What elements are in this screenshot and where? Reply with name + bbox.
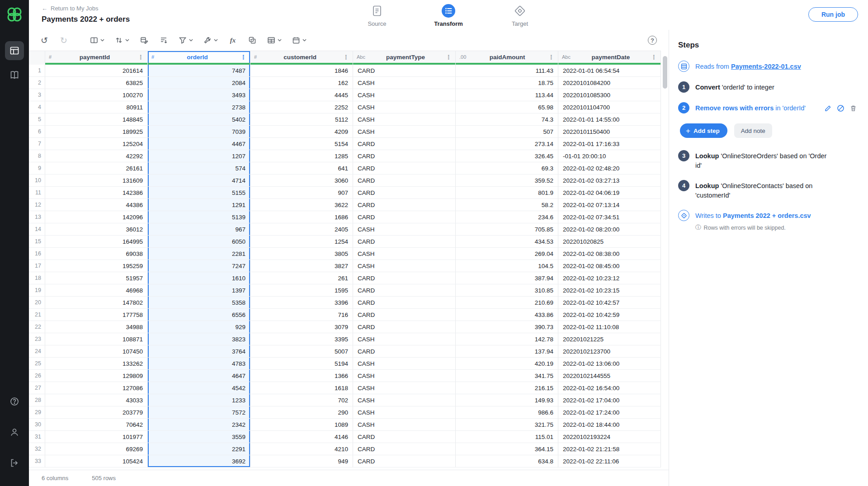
cell-orderId[interactable]: 4467 [148,138,250,150]
cell-paymentDate[interactable]: 2022-01-01 14:55:00 [558,113,661,126]
cell-paymentId[interactable]: 51957 [45,272,148,284]
table-tools-button[interactable] [264,33,285,47]
cell-customerId[interactable]: 3827 [250,260,353,272]
cell-paidAmount[interactable]: 269.04 [456,248,558,260]
cell-paymentDate[interactable]: 2022-01-02 10:23:15 [558,284,661,297]
cell-paymentType[interactable]: CARD [353,297,456,309]
column-header-customerId[interactable]: #customerId⋮ [250,51,353,65]
cell-paidAmount[interactable]: 137.94 [456,345,558,358]
logout-icon[interactable] [5,453,24,472]
cell-paymentDate[interactable]: 20220101085300 [558,89,661,101]
sidebar-item-docs[interactable] [5,66,24,85]
columns-button[interactable] [86,33,108,47]
cell-paymentDate[interactable]: 2022-01-02 07:34:51 [558,211,661,223]
cell-paymentDate[interactable]: 2022-01-02 13:06:00 [558,358,661,370]
writes-step[interactable]: Writes to Payments 2022 + orders.csv [678,210,857,221]
cell-paymentType[interactable]: CASH [353,126,456,138]
cell-paymentDate[interactable]: 2022-01-02 11:10:08 [558,321,661,333]
cell-paymentDate[interactable]: 2022-01-01 17:16:33 [558,138,661,150]
cell-paymentType[interactable]: CASH [353,260,456,272]
edit-step-icon[interactable] [824,104,832,114]
cell-orderId[interactable]: 7572 [148,406,250,419]
cell-paidAmount[interactable]: 321.75 [456,419,558,431]
cell-paymentDate[interactable]: 2022-01-02 10:42:59 [558,309,661,321]
cell-paymentDate[interactable]: 2022-01-02 10:23:12 [558,272,661,284]
cell-paymentType[interactable]: CARD [353,211,456,223]
filter-button[interactable] [175,33,197,47]
cell-paymentId[interactable]: 63825 [45,77,148,89]
cell-paymentDate[interactable]: 2022-01-02 08:45:00 [558,260,661,272]
cell-customerId[interactable]: 4209 [250,126,353,138]
column-header-paymentId[interactable]: #paymentId⋮ [45,51,148,65]
cell-orderId[interactable]: 5402 [148,113,250,126]
cell-paymentDate[interactable]: 2022-01-02 03:27:13 [558,175,661,187]
cell-paymentType[interactable]: CARD [353,162,456,175]
cell-paidAmount[interactable]: 387.94 [456,272,558,284]
cell-paymentType[interactable]: CASH [353,406,456,419]
column-menu-icon[interactable]: ⋮ [138,54,144,61]
cell-orderId[interactable]: 7039 [148,126,250,138]
cell-paymentType[interactable]: CARD [353,272,456,284]
cell-paidAmount[interactable]: 364.15 [456,443,558,455]
formula-button[interactable]: fx [225,33,241,47]
pipeline-step-source[interactable]: Source [354,3,400,27]
date-tools-button[interactable] [288,33,310,47]
pipeline-step-transform[interactable]: Transform [426,3,471,27]
cell-paidAmount[interactable]: 341.75 [456,370,558,382]
sidebar-item-grid[interactable] [5,41,24,60]
cell-paymentId[interactable]: 195259 [45,260,148,272]
cell-orderId[interactable]: 1207 [148,150,250,162]
cell-orderId[interactable]: 5139 [148,211,250,223]
cell-paymentDate[interactable]: 2022-01-02 10:42:57 [558,297,661,309]
cell-paymentId[interactable]: 164995 [45,236,148,248]
app-logo[interactable] [6,6,23,23]
cell-customerId[interactable]: 702 [250,394,353,406]
column-menu-icon[interactable]: ⋮ [651,54,657,61]
cell-paymentType[interactable]: CASH [353,77,456,89]
cell-orderId[interactable]: 2342 [148,419,250,431]
column-header-orderId[interactable]: #orderId⋮ [148,51,250,65]
cell-paymentId[interactable]: 148845 [45,113,148,126]
cell-paidAmount[interactable]: 74.3 [456,113,558,126]
reads-file-link[interactable]: Payments-2022-01.csv [731,63,801,70]
cell-paymentDate[interactable]: 2022-01-02 21:21:58 [558,443,661,455]
step-item[interactable]: 4Lookup 'OnlineStoreContacts' based on '… [678,180,857,200]
cell-paymentDate[interactable]: -01-01 20:00:10 [558,150,661,162]
cell-paymentId[interactable]: 44386 [45,199,148,211]
cell-orderId[interactable]: 1291 [148,199,250,211]
cell-orderId[interactable]: 967 [148,223,250,236]
cell-paymentType[interactable]: CARD [353,284,456,297]
cell-orderId[interactable]: 6556 [148,309,250,321]
cell-customerId[interactable]: 4146 [250,431,353,443]
cell-customerId[interactable]: 641 [250,162,353,175]
cell-customerId[interactable]: 949 [250,455,353,467]
cell-paidAmount[interactable]: 705.85 [456,223,558,236]
add-note-button[interactable]: Add note [734,123,772,138]
cell-paymentDate[interactable]: 20220102123700 [558,345,661,358]
cell-paymentDate[interactable]: 202201020825 [558,236,661,248]
cell-customerId[interactable]: 3060 [250,175,353,187]
cell-paymentId[interactable]: 34988 [45,321,148,333]
cell-customerId[interactable]: 3395 [250,333,353,345]
run-job-button[interactable]: Run job [808,7,858,22]
cell-orderId[interactable]: 3692 [148,455,250,467]
cell-paymentId[interactable]: 107450 [45,345,148,358]
cell-paymentType[interactable]: CASH [353,89,456,101]
cell-orderId[interactable]: 1397 [148,284,250,297]
cell-paymentId[interactable]: 147802 [45,297,148,309]
cell-paymentDate[interactable]: 2022-01-02 16:54:00 [558,382,661,394]
cell-orderId[interactable]: 4542 [148,382,250,394]
cell-paymentDate[interactable]: 202201021225 [558,333,661,345]
cell-paymentType[interactable]: CARD [353,150,456,162]
cell-paidAmount[interactable]: 801.9 [456,187,558,199]
cell-paidAmount[interactable]: 433.86 [456,309,558,321]
disable-step-icon[interactable] [837,104,844,114]
cell-paymentDate[interactable]: 2022-01-02 17:04:00 [558,394,661,406]
cell-customerId[interactable]: 3805 [250,248,353,260]
cell-paidAmount[interactable]: 434.53 [456,236,558,248]
cell-paymentType[interactable]: CASH [353,358,456,370]
cell-paymentDate[interactable]: 20220101150400 [558,126,661,138]
cell-paymentId[interactable]: 36012 [45,223,148,236]
cell-paymentId[interactable]: 129809 [45,370,148,382]
cell-customerId[interactable]: 716 [250,309,353,321]
